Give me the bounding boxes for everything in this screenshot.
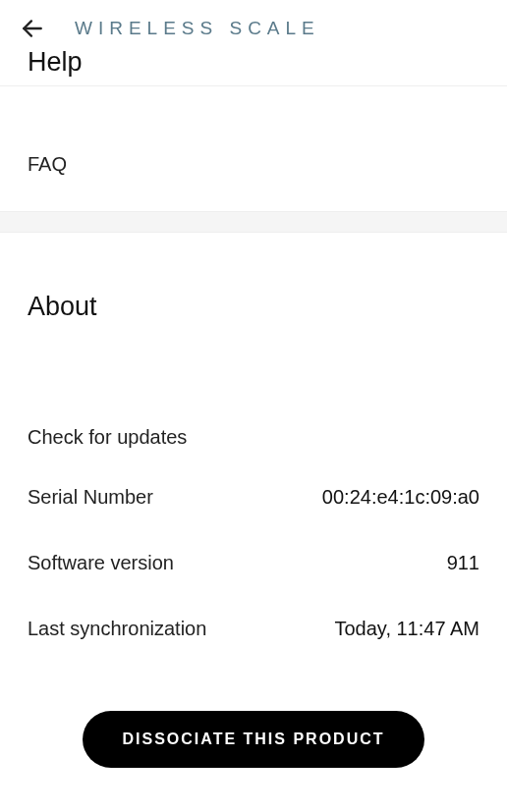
back-button[interactable] (20, 16, 45, 41)
faq-label: FAQ (28, 153, 67, 175)
about-section-title: About (28, 292, 479, 322)
software-value: 911 (447, 552, 479, 574)
page-title: WIRELESS SCALE (75, 18, 320, 39)
last-sync-row: Last synchronization Today, 11:47 AM (28, 596, 479, 662)
dissociate-button[interactable]: DISSOCIATE THIS PRODUCT (83, 711, 423, 768)
serial-value: 00:24:e4:1c:09:a0 (322, 486, 479, 509)
arrow-left-icon (20, 16, 45, 41)
serial-number-row: Serial Number 00:24:e4:1c:09:a0 (28, 464, 479, 530)
software-label: Software version (28, 552, 174, 574)
check-updates-label: Check for updates (28, 426, 187, 448)
lastsync-label: Last synchronization (28, 618, 206, 640)
serial-label: Serial Number (28, 486, 153, 509)
section-divider (0, 211, 507, 233)
help-section-title: Help (0, 47, 507, 85)
lastsync-value: Today, 11:47 AM (335, 618, 480, 640)
faq-item[interactable]: FAQ (0, 86, 507, 211)
check-updates-item[interactable]: Check for updates (28, 410, 479, 464)
software-version-row: Software version 911 (28, 530, 479, 596)
